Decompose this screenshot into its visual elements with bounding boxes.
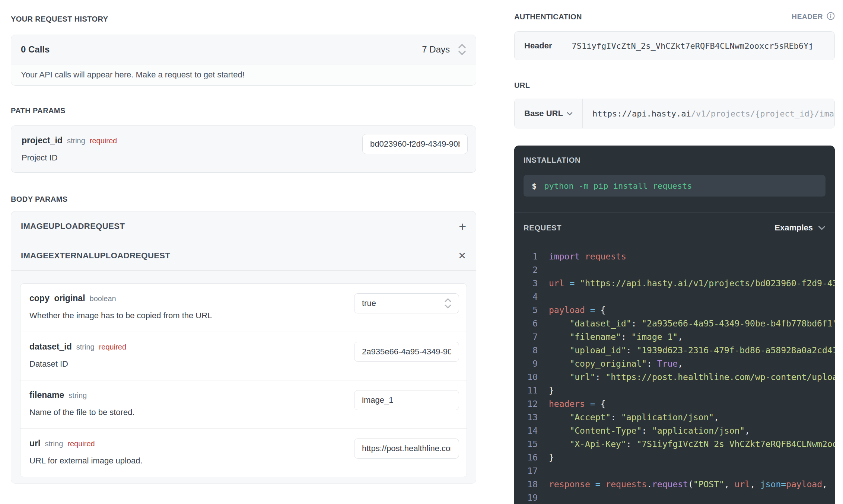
dataset-id-input[interactable] bbox=[354, 342, 459, 362]
body-params-card: IMAGEUPLOADREQUEST + IMAGEEXTERNALUPLOAD… bbox=[11, 211, 476, 484]
add-schema-button[interactable]: + bbox=[459, 220, 466, 233]
body-param-row-filename: filename string Name of the file to be s… bbox=[20, 380, 467, 428]
code-line: 14 "Content-Type": "application/json", bbox=[514, 424, 835, 437]
line-number: 12 bbox=[514, 397, 538, 411]
param-name: filename bbox=[29, 390, 64, 400]
line-number: 9 bbox=[514, 357, 538, 370]
line-number: 19 bbox=[514, 491, 538, 504]
updown-chevron-icon bbox=[445, 297, 451, 309]
api-key-field[interactable]: 7S1iyfgIVcZtN_2s_VhCZkt7eRQFB4CLNwm2ooxc… bbox=[562, 32, 834, 60]
param-type: string bbox=[45, 440, 63, 448]
code-line: 12headers = { bbox=[514, 397, 835, 411]
examples-dropdown[interactable]: Examples bbox=[774, 223, 825, 233]
base-url-box: Base URL https://api.hasty.ai/v1/project… bbox=[514, 99, 835, 128]
endpoint-path: /v1/projects/{project_id}/image bbox=[691, 109, 834, 118]
code-line: 3url = "https://api.hasty.ai/v1/projects… bbox=[514, 277, 835, 290]
path-params-title: PATH PARAMS bbox=[11, 106, 476, 115]
body-param-row-url: url string required URL for external ima… bbox=[20, 428, 467, 477]
auth-type-label: HEADER bbox=[792, 13, 823, 21]
copy-original-value: true bbox=[362, 299, 376, 308]
path-param-row: project_id string required Project ID bbox=[11, 125, 476, 173]
request-title: REQUEST bbox=[524, 224, 562, 232]
code-line: 9 "copy_original": True, bbox=[514, 357, 835, 370]
code-line: 4 bbox=[514, 290, 835, 303]
shell-prompt: $ bbox=[532, 181, 537, 191]
code-line: 5payload = { bbox=[514, 303, 835, 317]
param-type: string bbox=[69, 391, 87, 400]
examples-label: Examples bbox=[774, 223, 813, 233]
endpoint-url: https://api.hasty.ai/v1/projects/{projec… bbox=[583, 99, 834, 128]
code-line: 18response = requests.request("POST", ur… bbox=[514, 478, 835, 491]
param-name: url bbox=[29, 438, 40, 449]
base-url-label: Base URL bbox=[524, 109, 563, 118]
line-number: 2 bbox=[514, 263, 538, 277]
column-divider bbox=[502, 0, 502, 504]
history-range-select[interactable]: 7 Days bbox=[422, 43, 466, 56]
line-number: 1 bbox=[514, 250, 538, 263]
schema-option-label: IMAGEUPLOADREQUEST bbox=[21, 221, 125, 231]
info-icon[interactable] bbox=[827, 12, 835, 22]
request-code-block[interactable]: 1import requests23url = "https://api.has… bbox=[514, 250, 835, 504]
request-column: YOUR REQUEST HISTORY 0 Calls 7 Days Your… bbox=[11, 0, 476, 484]
project-id-input[interactable] bbox=[362, 134, 468, 154]
chevron-down-icon bbox=[567, 112, 573, 116]
request-history-title: YOUR REQUEST HISTORY bbox=[11, 15, 476, 23]
authentication-header: AUTHENTICATION HEADER bbox=[514, 12, 835, 22]
code-panel: INSTALLATION $ python -m pip install req… bbox=[514, 146, 835, 504]
request-history-card: 0 Calls 7 Days Your API calls will appea… bbox=[11, 35, 476, 86]
request-history-header: 0 Calls 7 Days bbox=[11, 35, 476, 64]
code-line: 13 "Accept": "application/json", bbox=[514, 411, 835, 424]
param-name: project_id bbox=[22, 135, 63, 146]
base-url-select[interactable]: Base URL bbox=[515, 99, 583, 128]
installation-title: INSTALLATION bbox=[524, 156, 825, 165]
copy-original-select[interactable]: true bbox=[354, 293, 459, 313]
code-line: 6 "dataset_id": "2a935e66-4a95-4349-90be… bbox=[514, 317, 835, 330]
history-range-value: 7 Days bbox=[422, 44, 450, 55]
history-empty-message: Your API calls will appear here. Make a … bbox=[11, 64, 476, 85]
line-number: 14 bbox=[514, 424, 538, 437]
param-required-badge: required bbox=[90, 137, 117, 145]
schema-option-imageexternaluploadrequest[interactable]: IMAGEEXTERNALUPLOADREQUEST ✕ bbox=[11, 241, 476, 270]
schema-fields-container: copy_original boolean Whether the image … bbox=[11, 270, 476, 483]
installation-section: INSTALLATION $ python -m pip install req… bbox=[514, 146, 835, 197]
updown-chevron-icon bbox=[458, 43, 466, 56]
code-line: 16} bbox=[514, 451, 835, 464]
line-number: 8 bbox=[514, 344, 538, 357]
param-name: copy_original bbox=[29, 293, 85, 303]
param-type: boolean bbox=[90, 294, 116, 303]
line-number: 7 bbox=[514, 330, 538, 344]
param-type: string bbox=[76, 343, 95, 351]
code-line: 15 "X-Api-Key": "7S1iyfgIVcZtN_2s_VhCZkt… bbox=[514, 437, 835, 451]
code-line: 11} bbox=[514, 384, 835, 397]
code-line: 10 "url": "https://post.healthline.com/w… bbox=[514, 370, 835, 384]
code-line: 17 bbox=[514, 464, 835, 478]
line-number: 18 bbox=[514, 478, 538, 491]
line-number: 17 bbox=[514, 464, 538, 478]
code-line: 2 bbox=[514, 263, 835, 277]
request-header: REQUEST Examples bbox=[514, 223, 835, 233]
code-line: 8 "upload_id": "1939d623-2316-479f-bd86-… bbox=[514, 344, 835, 357]
auth-key-label: Header bbox=[515, 32, 562, 60]
endpoint-base: https://api.hasty.ai bbox=[592, 109, 691, 118]
code-line: 19 bbox=[514, 491, 835, 504]
line-number: 15 bbox=[514, 437, 538, 451]
body-params-title: BODY PARAMS bbox=[11, 195, 476, 204]
url-input[interactable] bbox=[354, 438, 459, 459]
auth-key-box: Header 7S1iyfgIVcZtN_2s_VhCZkt7eRQFB4CLN… bbox=[514, 31, 835, 60]
auth-type-badge[interactable]: HEADER bbox=[792, 12, 835, 22]
body-param-row-dataset-id: dataset_id string required Dataset ID bbox=[20, 332, 467, 380]
line-number: 6 bbox=[514, 317, 538, 330]
code-line: 1import requests bbox=[514, 250, 835, 263]
line-number: 4 bbox=[514, 290, 538, 303]
filename-input[interactable] bbox=[354, 390, 459, 410]
schema-option-imageuploadrequest[interactable]: IMAGEUPLOADREQUEST + bbox=[11, 211, 476, 241]
install-command-box[interactable]: $ python -m pip install requests bbox=[524, 175, 825, 197]
line-number: 3 bbox=[514, 277, 538, 290]
remove-schema-button[interactable]: ✕ bbox=[458, 251, 466, 261]
calls-count: 0 Calls bbox=[21, 44, 50, 55]
install-command: python -m pip install requests bbox=[544, 181, 692, 191]
code-line: 7 "filename": "image_1", bbox=[514, 330, 835, 344]
param-required-badge: required bbox=[67, 440, 95, 448]
param-name: dataset_id bbox=[29, 342, 72, 352]
param-required-badge: required bbox=[99, 343, 126, 351]
